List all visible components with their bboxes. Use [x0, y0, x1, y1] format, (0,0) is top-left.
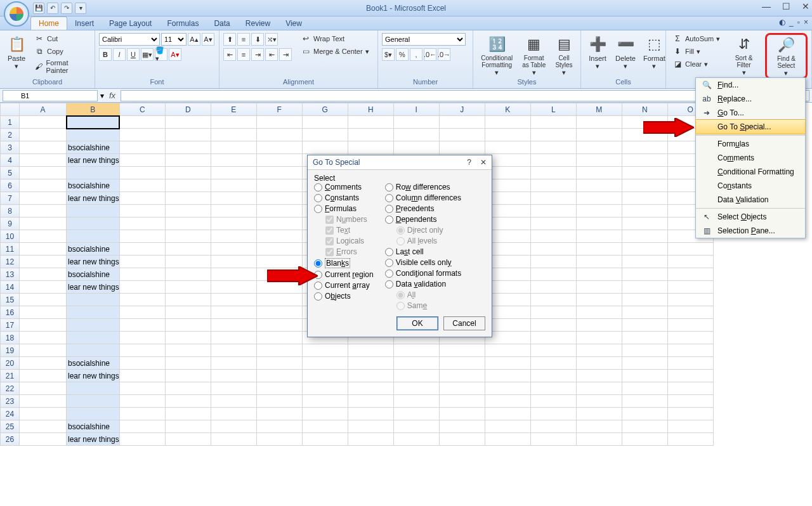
minimize-icon[interactable]: —	[762, 1, 771, 11]
cell-B15[interactable]	[67, 294, 120, 306]
cell-M9[interactable]	[576, 217, 622, 230]
menu-data-validation[interactable]: Data Validation	[696, 193, 805, 207]
cell-C25[interactable]	[119, 420, 165, 433]
cell-G24[interactable]	[302, 408, 348, 420]
cell-L21[interactable]	[530, 370, 576, 382]
cell-F8[interactable]	[256, 205, 302, 217]
cell-A11[interactable]	[20, 243, 67, 256]
cell-L10[interactable]	[530, 230, 576, 243]
cell-F11[interactable]	[256, 243, 302, 256]
cell-F1[interactable]	[256, 116, 302, 129]
menu-find[interactable]: 🔍Find...	[696, 78, 805, 92]
cell-C4[interactable]	[119, 154, 165, 167]
cell-M24[interactable]	[576, 408, 622, 420]
cell-N9[interactable]	[622, 217, 667, 230]
cell-B1[interactable]	[67, 116, 120, 129]
row-header-23[interactable]: 23	[1, 395, 20, 408]
fill-color-button[interactable]: 🪣▾	[155, 48, 167, 61]
opt-formulas[interactable]: Formulas	[314, 204, 374, 213]
cell-B23[interactable]	[67, 395, 120, 408]
cell-F23[interactable]	[256, 395, 302, 408]
cell-E17[interactable]	[211, 319, 256, 332]
cell-G19[interactable]	[302, 344, 348, 357]
row-header-24[interactable]: 24	[1, 408, 20, 420]
cell-F17[interactable]	[256, 319, 302, 332]
cell-C10[interactable]	[119, 230, 165, 243]
cell-M11[interactable]	[576, 243, 622, 256]
cell-styles-button[interactable]: ▤Cell Styles▾	[551, 33, 577, 78]
cell-E12[interactable]	[211, 256, 256, 268]
cell-O19[interactable]	[667, 344, 713, 357]
cell-B21[interactable]: lear new things	[67, 370, 120, 382]
format-painter-button[interactable]: 🖌Format Painter	[32, 58, 91, 75]
cell-B14[interactable]: lear new things	[67, 281, 120, 294]
cell-J22[interactable]	[439, 382, 485, 395]
cell-O18[interactable]	[667, 332, 713, 344]
cell-E6[interactable]	[211, 179, 256, 192]
cell-F21[interactable]	[256, 370, 302, 382]
help-icon[interactable]: ◐	[779, 18, 785, 27]
office-button[interactable]	[4, 1, 29, 27]
row-header-12[interactable]: 12	[1, 256, 20, 268]
cell-E1[interactable]	[211, 116, 256, 129]
cell-A4[interactable]	[20, 154, 67, 167]
col-header-B[interactable]: B	[67, 103, 120, 116]
cell-B8[interactable]	[67, 205, 120, 217]
cell-C2[interactable]	[119, 129, 165, 141]
cell-C9[interactable]	[119, 217, 165, 230]
col-header-E[interactable]: E	[211, 103, 256, 116]
cell-E16[interactable]	[211, 306, 256, 319]
cell-N10[interactable]	[622, 230, 667, 243]
cell-E11[interactable]	[211, 243, 256, 256]
cancel-button[interactable]: Cancel	[443, 316, 485, 330]
autosum-button[interactable]: ΣAutoSum ▾	[670, 33, 723, 44]
cell-B3[interactable]: bsocialshine	[67, 141, 120, 154]
cell-D22[interactable]	[165, 382, 211, 395]
cell-G20[interactable]	[302, 357, 348, 370]
increase-font-icon[interactable]: A▴	[188, 33, 200, 46]
opt-col-diff[interactable]: Column differences	[385, 193, 461, 202]
cell-B17[interactable]	[67, 319, 120, 332]
cell-A1[interactable]	[20, 116, 67, 129]
fx-icon[interactable]: fx	[104, 91, 121, 100]
opt-last-cell[interactable]: Last cell	[385, 247, 461, 256]
col-header-M[interactable]: M	[576, 103, 622, 116]
col-header-N[interactable]: N	[622, 103, 667, 116]
dialog-title-bar[interactable]: Go To Special ?✕	[308, 155, 492, 170]
cell-K2[interactable]	[485, 129, 530, 141]
cell-E7[interactable]	[211, 192, 256, 205]
cell-B11[interactable]: bsocialshine	[67, 243, 120, 256]
cell-O16[interactable]	[667, 306, 713, 319]
cell-N6[interactable]	[622, 179, 667, 192]
find-select-button[interactable]: 🔎Find & Select▾	[765, 33, 808, 79]
cell-A15[interactable]	[20, 294, 67, 306]
cell-H21[interactable]	[348, 370, 393, 382]
currency-icon[interactable]: $▾	[382, 48, 395, 61]
cell-L25[interactable]	[530, 420, 576, 433]
cell-N7[interactable]	[622, 192, 667, 205]
cell-D23[interactable]	[165, 395, 211, 408]
cell-E13[interactable]	[211, 268, 256, 281]
clear-button[interactable]: ◪Clear ▾	[670, 58, 723, 70]
cell-M20[interactable]	[576, 357, 622, 370]
row-header-14[interactable]: 14	[1, 281, 20, 294]
percent-icon[interactable]: %	[396, 48, 409, 61]
cell-B6[interactable]: bsocialshine	[67, 179, 120, 192]
cell-I19[interactable]	[393, 344, 439, 357]
cell-K26[interactable]	[485, 433, 530, 446]
save-icon[interactable]: 💾	[33, 3, 44, 14]
cell-B13[interactable]: bsocialshine	[67, 268, 120, 281]
cell-B26[interactable]: lear new things	[67, 433, 120, 446]
cell-H19[interactable]	[348, 344, 393, 357]
cell-J26[interactable]	[439, 433, 485, 446]
cell-D20[interactable]	[165, 357, 211, 370]
cell-M25[interactable]	[576, 420, 622, 433]
cell-A13[interactable]	[20, 268, 67, 281]
orientation-icon[interactable]: ⤭▾	[265, 33, 278, 46]
cell-K21[interactable]	[485, 370, 530, 382]
cell-L18[interactable]	[530, 332, 576, 344]
decrease-decimal-icon[interactable]: .0→	[438, 48, 450, 61]
cell-F5[interactable]	[256, 167, 302, 179]
cell-D14[interactable]	[165, 281, 211, 294]
comma-icon[interactable]: ,	[410, 48, 422, 61]
